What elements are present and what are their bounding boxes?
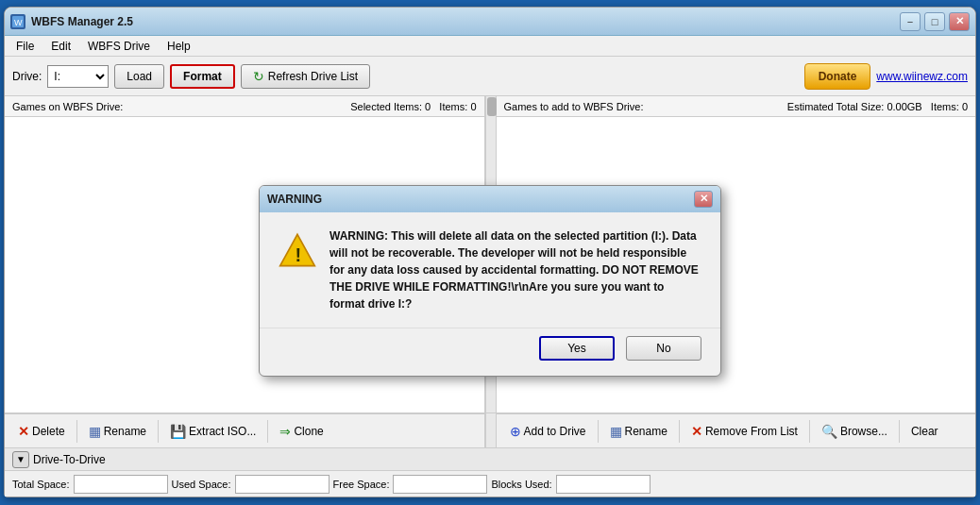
bottom-scrollbar-spacer bbox=[485, 413, 497, 447]
used-space-value[interactable] bbox=[235, 475, 329, 494]
right-panel-title: Games to add to WBFS Drive: bbox=[504, 101, 644, 112]
total-space-value[interactable] bbox=[74, 475, 168, 494]
divider4 bbox=[598, 420, 599, 443]
website-link[interactable]: www.wiinewz.com bbox=[876, 70, 968, 83]
delete-button[interactable]: ✕ Delete bbox=[12, 422, 71, 441]
add-to-drive-icon: ⊕ bbox=[510, 424, 521, 439]
svg-text:!: ! bbox=[296, 244, 302, 264]
bottom-action-bars: ✕ Delete ▦ Rename 💾 Extract ISO... ⇒ Clo… bbox=[5, 412, 975, 447]
menu-edit[interactable]: Edit bbox=[43, 38, 78, 55]
warning-icon: ! bbox=[279, 231, 316, 269]
right-rename-button[interactable]: ▦ Rename bbox=[604, 422, 673, 441]
used-space-label: Used Space: bbox=[172, 479, 231, 490]
total-space-label: Total Space: bbox=[12, 479, 70, 490]
rename-icon: ▦ bbox=[89, 424, 101, 439]
divider1 bbox=[76, 420, 77, 443]
menu-file[interactable]: File bbox=[8, 38, 42, 55]
refresh-button[interactable]: ↻ Refresh Drive List bbox=[241, 64, 370, 89]
dialog-body: ! WARNING: This will delete all data on … bbox=[260, 212, 720, 328]
window-title: WBFS Manager 2.5 bbox=[31, 15, 133, 28]
close-button[interactable]: ✕ bbox=[949, 12, 970, 31]
add-to-drive-button[interactable]: ⊕ Add to Drive bbox=[504, 422, 592, 441]
blocks-used-field: Blocks Used: bbox=[491, 475, 650, 494]
divider5 bbox=[679, 420, 680, 443]
remove-button[interactable]: ✕ Remove From List bbox=[685, 422, 803, 441]
menubar: File Edit WBFS Drive Help bbox=[5, 36, 975, 57]
clone-button[interactable]: ⇒ Clone bbox=[274, 422, 329, 441]
right-action-bar: ⊕ Add to Drive ▦ Rename ✕ Remove From Li… bbox=[497, 413, 976, 447]
menu-help[interactable]: Help bbox=[160, 38, 198, 55]
extract-button[interactable]: 💾 Extract ISO... bbox=[164, 422, 262, 441]
format-button[interactable]: Format bbox=[170, 64, 235, 89]
svg-text:W: W bbox=[14, 18, 23, 27]
clone-icon: ⇒ bbox=[279, 424, 291, 439]
minimize-button[interactable]: − bbox=[900, 12, 921, 31]
dialog-titlebar: WARNING ✕ bbox=[260, 186, 720, 212]
drive-to-drive-toggle[interactable]: ▼ bbox=[12, 451, 29, 468]
load-button[interactable]: Load bbox=[114, 64, 164, 89]
drive-select[interactable]: I: bbox=[47, 65, 109, 88]
clear-button[interactable]: Clear bbox=[905, 423, 944, 440]
window-controls: − □ ✕ bbox=[900, 12, 970, 31]
remove-icon: ✕ bbox=[691, 424, 702, 439]
donate-button[interactable]: Donate bbox=[804, 63, 871, 90]
app-icon: W bbox=[10, 14, 25, 29]
no-button[interactable]: No bbox=[626, 336, 701, 361]
drive-label: Drive: bbox=[12, 70, 42, 83]
left-panel-title: Games on WBFS Drive: bbox=[12, 101, 123, 112]
refresh-label: Refresh Drive List bbox=[268, 70, 358, 83]
menu-wbfs-drive[interactable]: WBFS Drive bbox=[80, 38, 158, 55]
used-space-field: Used Space: bbox=[172, 475, 329, 494]
dialog-close-button[interactable]: ✕ bbox=[694, 191, 713, 208]
delete-icon: ✕ bbox=[18, 424, 29, 439]
extract-icon: 💾 bbox=[170, 424, 186, 439]
left-action-bar: ✕ Delete ▦ Rename 💾 Extract ISO... ⇒ Clo… bbox=[5, 413, 485, 447]
free-space-label: Free Space: bbox=[333, 479, 390, 490]
divider7 bbox=[899, 420, 900, 443]
status-bar: Total Space: Used Space: Free Space: Blo… bbox=[5, 470, 975, 497]
blocks-used-value[interactable] bbox=[556, 475, 651, 494]
drive-to-drive-label: Drive-To-Drive bbox=[33, 453, 106, 466]
maximize-button[interactable]: □ bbox=[924, 12, 945, 31]
left-rename-button[interactable]: ▦ Rename bbox=[83, 422, 152, 441]
left-panel-stats: Selected Items: 0 Items: 0 bbox=[350, 101, 476, 112]
divider2 bbox=[158, 420, 159, 443]
dialog-message: WARNING: This will delete all data on th… bbox=[329, 227, 701, 312]
drive-to-drive-bar: ▼ Drive-To-Drive bbox=[5, 447, 975, 470]
free-space-value[interactable] bbox=[393, 475, 487, 494]
total-space-field: Total Space: bbox=[12, 475, 168, 494]
titlebar: W WBFS Manager 2.5 − □ ✕ bbox=[5, 8, 975, 36]
browse-icon: 🔍 bbox=[821, 424, 837, 439]
warning-dialog[interactable]: WARNING ✕ ! WARNING: This will delete al… bbox=[259, 185, 721, 377]
toolbar: Drive: I: Load Format ↻ Refresh Drive Li… bbox=[5, 57, 975, 96]
right-panel-header: Games to add to WBFS Drive: Estimated To… bbox=[497, 96, 976, 117]
free-space-field: Free Space: bbox=[333, 475, 488, 494]
yes-button[interactable]: Yes bbox=[539, 336, 615, 361]
blocks-used-label: Blocks Used: bbox=[491, 479, 551, 490]
browse-button[interactable]: 🔍 Browse... bbox=[816, 422, 893, 441]
dialog-title: WARNING bbox=[267, 193, 322, 206]
refresh-icon: ↻ bbox=[253, 69, 264, 84]
divider3 bbox=[267, 420, 268, 443]
right-rename-icon: ▦ bbox=[610, 424, 622, 439]
divider6 bbox=[809, 420, 810, 443]
dialog-footer: Yes No bbox=[260, 328, 720, 376]
right-panel-stats: Estimated Total Size: 0.00GB Items: 0 bbox=[787, 101, 968, 112]
left-panel-header: Games on WBFS Drive: Selected Items: 0 I… bbox=[5, 96, 484, 117]
